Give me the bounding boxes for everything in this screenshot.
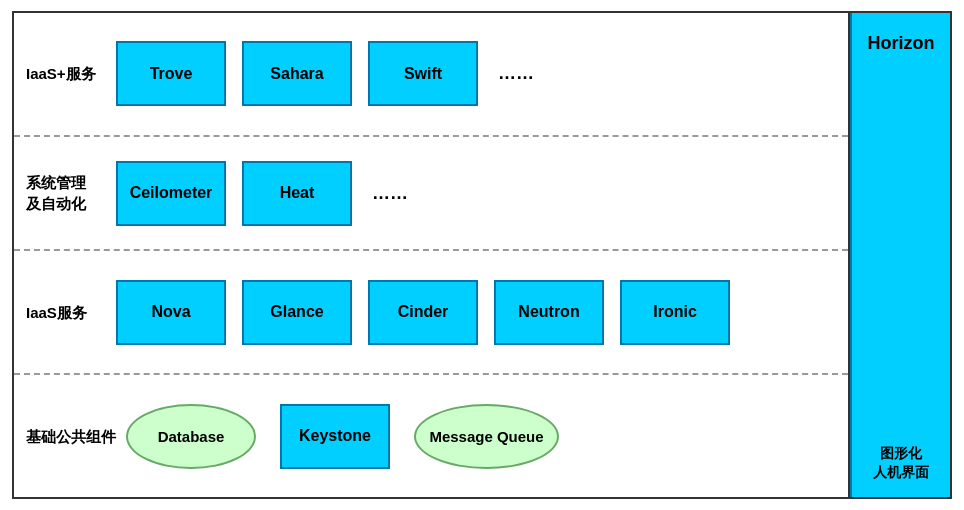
ellipsis-system: ……	[372, 183, 408, 204]
service-database: Database	[126, 404, 256, 469]
service-glance: Glance	[242, 280, 352, 345]
row-base: 基础公共组件 Database Keystone Message Queue	[14, 375, 848, 497]
service-swift: Swift	[368, 41, 478, 106]
boxes-iaas: Nova Glance Cinder Neutron Ironic	[116, 280, 730, 345]
horizon-sublabel: 图形化人机界面	[873, 444, 929, 497]
row-iaas-plus: IaaS+服务 Trove Sahara Swift ……	[14, 13, 848, 137]
service-ironic: Ironic	[620, 280, 730, 345]
service-nova: Nova	[116, 280, 226, 345]
label-base: 基础公共组件	[26, 426, 116, 447]
ellipsis-iaas-plus: ……	[498, 63, 534, 84]
service-cinder: Cinder	[368, 280, 478, 345]
label-system-mgmt: 系统管理及自动化	[26, 172, 106, 214]
main-area: IaaS+服务 Trove Sahara Swift …… 系统管理及自动化 C…	[14, 13, 850, 497]
horizon-column: Horizon 图形化人机界面	[850, 13, 950, 497]
row-system-mgmt: 系统管理及自动化 Ceilometer Heat ……	[14, 137, 848, 252]
label-iaas-plus: IaaS+服务	[26, 63, 106, 84]
service-heat: Heat	[242, 161, 352, 226]
boxes-base: Database Keystone Message Queue	[126, 404, 559, 469]
service-keystone: Keystone	[280, 404, 390, 469]
service-trove: Trove	[116, 41, 226, 106]
service-ceilometer: Ceilometer	[116, 161, 226, 226]
service-neutron: Neutron	[494, 280, 604, 345]
horizon-label: Horizon	[868, 13, 935, 54]
label-iaas: IaaS服务	[26, 302, 106, 323]
row-iaas: IaaS服务 Nova Glance Cinder Neutron Ironic	[14, 251, 848, 375]
boxes-iaas-plus: Trove Sahara Swift ……	[116, 41, 534, 106]
boxes-system-mgmt: Ceilometer Heat ……	[116, 161, 408, 226]
service-sahara: Sahara	[242, 41, 352, 106]
service-message-queue: Message Queue	[414, 404, 559, 469]
architecture-diagram: IaaS+服务 Trove Sahara Swift …… 系统管理及自动化 C…	[12, 11, 952, 499]
